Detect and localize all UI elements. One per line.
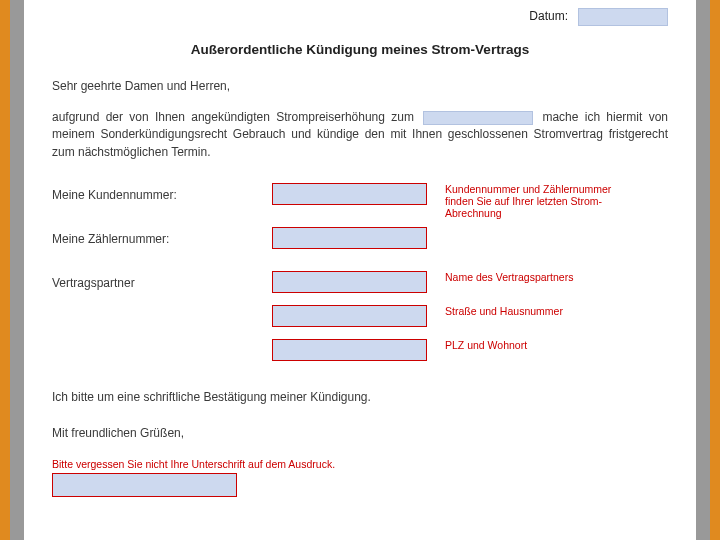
body-pre: aufgrund der von Ihnen angekündigten Str…	[52, 110, 420, 124]
date-label: Datum:	[529, 8, 568, 25]
salutation: Sehr geehrte Damen und Herren,	[52, 78, 668, 95]
row-kundennummer: Meine Kundennummer: Kundennummer und Zäh…	[52, 183, 668, 219]
row-vertragspartner-strasse: Straße und Hausnummer	[52, 305, 668, 331]
body-paragraph: aufgrund der von Ihnen angekündigten Str…	[52, 109, 668, 161]
hint-partner-plz: PLZ und Wohnort	[445, 339, 527, 351]
row-zaehlernummer: Meine Zählernummer:	[52, 227, 668, 253]
signature-hint: Bitte vergessen Sie nicht Ihre Unterschr…	[52, 458, 668, 470]
date-row: Datum:	[52, 8, 668, 26]
field-kundennummer[interactable]	[272, 183, 427, 205]
field-partner-street[interactable]	[272, 305, 427, 327]
price-increase-date-field[interactable]	[423, 111, 533, 125]
date-field[interactable]	[578, 8, 668, 26]
field-partner-plz[interactable]	[272, 339, 427, 361]
confirmation-request: Ich bitte um eine schriftliche Bestätigu…	[52, 389, 668, 406]
signature-field[interactable]	[52, 473, 237, 497]
hint-kunden-zaehler: Kundennummer und Zählernummer finden Sie…	[445, 183, 615, 219]
row-vertragspartner-plz: PLZ und Wohnort	[52, 339, 668, 365]
field-partner-name[interactable]	[272, 271, 427, 293]
closing: Mit freundlichen Grüßen,	[52, 425, 668, 442]
label-vertragspartner: Vertragspartner	[52, 271, 272, 292]
field-zaehlernummer[interactable]	[272, 227, 427, 249]
hint-partner-street: Straße und Hausnummer	[445, 305, 563, 317]
label-zaehlernummer: Meine Zählernummer:	[52, 227, 272, 248]
document-page: Datum: Außerordentliche Kündigung meines…	[10, 0, 710, 540]
document-title: Außerordentliche Kündigung meines Strom-…	[52, 40, 668, 60]
hint-partner-name: Name des Vertragspartners	[445, 271, 573, 283]
label-kundennummer: Meine Kundennummer:	[52, 183, 272, 204]
row-vertragspartner-name: Vertragspartner Name des Vertragspartner…	[52, 271, 668, 297]
